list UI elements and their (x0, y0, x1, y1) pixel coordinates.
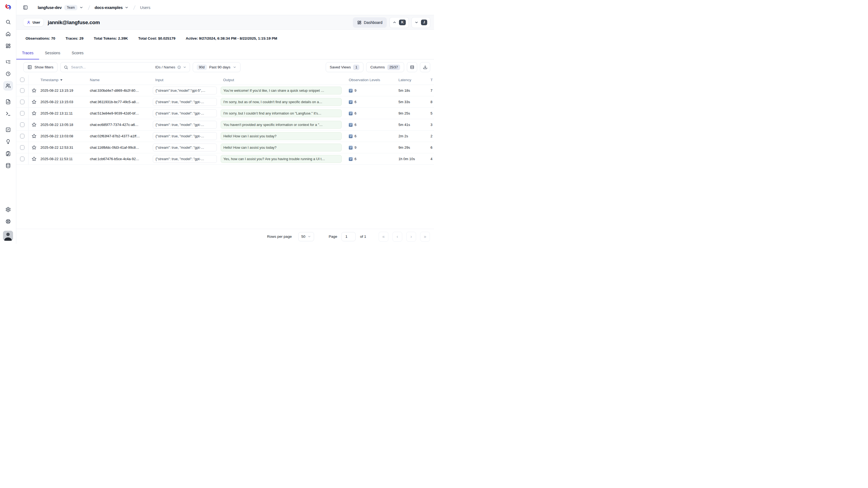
sidebar-settings-icon[interactable] (3, 205, 13, 214)
export-download-button[interactable] (420, 62, 430, 72)
sidebar-datasets-icon[interactable] (3, 161, 13, 171)
star-icon[interactable] (31, 111, 37, 116)
column-name[interactable]: Name (90, 78, 153, 82)
row-checkbox[interactable] (20, 88, 25, 93)
sidebar-sessions-icon[interactable] (3, 69, 13, 79)
next-page-button[interactable]: › (406, 232, 416, 242)
sidebar-tracing-icon[interactable] (3, 57, 13, 67)
table-row[interactable]: 2025-08-22 13:11:11 chat:513e84e9-9039-4… (16, 108, 434, 119)
saved-views-button[interactable]: Saved Views 1 (326, 62, 364, 72)
output-value: Hello! How can I assist you today? (221, 132, 342, 140)
table-row[interactable]: 2025-08-22 13:15:03 chat:3611931b-bc77-4… (16, 96, 434, 108)
sidebar-prompts-icon[interactable] (3, 97, 13, 106)
search-input[interactable] (70, 65, 153, 69)
page-label: Page (329, 235, 337, 239)
chevron-down-icon[interactable] (125, 5, 129, 9)
sidebar-evaluation-icon[interactable] (3, 125, 13, 134)
star-icon[interactable] (31, 99, 37, 104)
latency-cell: 1h 0m 10s (395, 157, 427, 161)
date-range-button[interactable]: 90d Past 90 days (193, 62, 241, 72)
row-checkbox[interactable] (20, 122, 25, 127)
input-value: {"stream": true, "model": "gpt-… (153, 144, 217, 151)
sidebar-home-icon[interactable] (3, 29, 13, 39)
stat-traces: Traces: 29 (66, 36, 84, 40)
row-checkbox[interactable] (20, 111, 25, 116)
table-row[interactable]: 2025-08-22 13:15:19 chat:330bd4e7-d869-4… (16, 85, 434, 96)
column-observation-levels[interactable]: Observation Levels (345, 78, 395, 82)
latency-cell: 9m 25s (395, 111, 427, 115)
tab-traces[interactable]: Traces (16, 47, 39, 59)
output-value: Hello! How can I assist you today? (221, 144, 342, 151)
level-count: 6 (354, 157, 356, 161)
first-page-button[interactable]: « (379, 232, 389, 242)
columns-button[interactable]: Columns 25/37 (366, 62, 404, 72)
page-number-input[interactable] (341, 232, 355, 241)
level-count: 9 (354, 89, 356, 93)
select-all-checkbox[interactable] (20, 78, 25, 82)
show-filters-button[interactable]: Show filters (23, 62, 58, 72)
row-checkbox[interactable] (20, 157, 25, 161)
row-checkbox[interactable] (20, 100, 25, 104)
sidebar-playground-icon[interactable] (3, 109, 13, 119)
sidebar-annotation-icon[interactable] (3, 149, 13, 158)
sidebar-search-icon[interactable] (3, 17, 13, 27)
column-tokens-truncated[interactable]: T (427, 78, 434, 82)
output-value: You’re welcome! If you’d like, I can sha… (221, 87, 342, 94)
dashboard-button-label: Dashboard (364, 20, 383, 25)
star-icon[interactable] (31, 88, 37, 93)
sidebar-toggle-icon[interactable] (23, 5, 28, 10)
breadcrumb-org[interactable]: langfuse-dev (38, 5, 62, 10)
star-icon[interactable] (31, 133, 37, 139)
star-icon[interactable] (31, 145, 37, 150)
sort-desc-icon (60, 79, 62, 81)
date-range-badge: 90d (197, 65, 207, 70)
chevron-down-icon[interactable] (79, 5, 83, 9)
breadcrumb-project[interactable]: docs-examples (95, 5, 123, 10)
input-value: {"stream": true, "model": "gpt-… (153, 110, 217, 117)
name-cell: chat:3611931b-bc77-49c5-a8… (90, 100, 153, 104)
input-value: {"stream": true, "model": "gpt-… (153, 121, 217, 129)
rows-per-page-label: Rows per page (267, 235, 292, 239)
sidebar-lightbulb-icon[interactable] (3, 137, 13, 147)
sidebar-users-icon[interactable] (3, 81, 13, 91)
search-scope-select[interactable]: IDs / Names (155, 65, 186, 69)
person-icon (27, 20, 31, 24)
level-count: 6 (354, 100, 356, 104)
row-select-cell (16, 153, 29, 164)
column-timestamp[interactable]: Timestamp (39, 78, 90, 82)
tab-sessions[interactable]: Sessions (39, 47, 66, 59)
next-user-button[interactable]: J (411, 17, 430, 28)
table-row[interactable]: 2025-08-22 11:53:11 chat:1cb67476-b5ce-4… (16, 153, 434, 165)
input-cell: {"stream": true, "model": "gpt-… (153, 110, 221, 117)
star-icon[interactable] (31, 122, 37, 127)
row-height-button[interactable] (407, 62, 417, 72)
info-circle-icon (177, 65, 181, 69)
name-cell: chat:116fbfdc-0fd3-41af-99c8… (90, 146, 153, 150)
row-checkbox[interactable] (20, 145, 25, 150)
rows-per-page-select[interactable]: 50 (298, 232, 314, 241)
row-checkbox[interactable] (20, 134, 25, 139)
column-input[interactable]: Input (153, 78, 221, 82)
output-cell: I'm sorry, but as of now, I couldn't fin… (221, 98, 345, 106)
table-row[interactable]: 2025-08-22 12:53:31 chat:116fbfdc-0fd3-4… (16, 142, 434, 153)
table-row[interactable]: 2025-08-22 13:03:08 chat:02f63f47-87b2-4… (16, 130, 434, 142)
sidebar-dashboards-icon[interactable] (3, 41, 13, 51)
user-avatar[interactable] (3, 231, 13, 241)
tokens-cell: 5 (427, 111, 434, 115)
sidebar-support-icon[interactable] (3, 217, 13, 226)
table-row[interactable]: 2025-08-22 13:05:18 chat:ec685f77-7374-4… (16, 119, 434, 130)
column-output[interactable]: Output (221, 78, 345, 82)
pagination-nav: « ‹ › » (379, 232, 430, 242)
timestamp-cell: 2025-08-22 13:15:03 (39, 100, 90, 104)
previous-user-button[interactable]: K (390, 17, 409, 28)
observation-levels-cell: i 6 (345, 134, 395, 138)
column-latency[interactable]: Latency (395, 78, 427, 82)
input-cell: {"stream": true, "model": "gpt-… (153, 144, 221, 151)
dashboard-button[interactable]: Dashboard (353, 18, 387, 28)
star-icon[interactable] (31, 156, 37, 161)
tab-scores[interactable]: Scores (66, 47, 89, 59)
previous-page-button[interactable]: ‹ (393, 232, 402, 242)
name-cell: chat:330bd4e7-d869-4b2f-80… (90, 89, 153, 93)
output-cell: You’re welcome! If you’d like, I can sha… (221, 87, 345, 94)
last-page-button[interactable]: » (420, 232, 430, 242)
